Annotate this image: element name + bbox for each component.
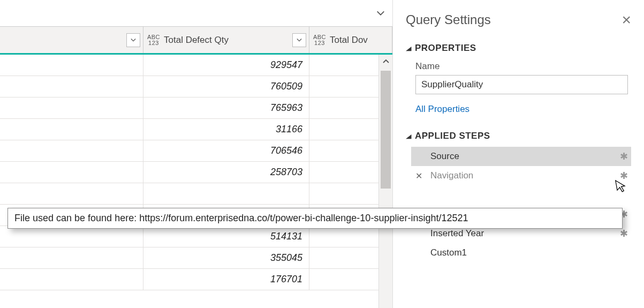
all-properties-link[interactable]: All Properties xyxy=(415,104,631,115)
gear-icon[interactable]: ✱ xyxy=(620,228,628,239)
abc-label: ABC xyxy=(312,34,328,40)
datatype-icon[interactable]: ABC 123 xyxy=(312,34,328,46)
close-icon[interactable]: × xyxy=(622,12,631,28)
step-label: Inserted Year xyxy=(430,228,484,239)
step-label: Custom1 xyxy=(430,247,467,258)
scrollbar-thumb[interactable] xyxy=(381,71,391,189)
datatype-icon[interactable]: ABC 123 xyxy=(146,34,162,46)
scroll-up-button[interactable] xyxy=(379,55,392,69)
column-filter-button[interactable] xyxy=(292,33,306,47)
table-row[interactable]: 765963 xyxy=(0,97,392,119)
applied-steps-list: Source ✱ ✕ Navigation ✱ AddList ✱ Insert… xyxy=(411,147,631,262)
n123-label: 123 xyxy=(146,40,162,46)
formula-bar xyxy=(0,0,392,27)
chevron-down-icon[interactable] xyxy=(374,7,387,20)
collapse-icon: ◢ xyxy=(406,45,412,52)
table-row[interactable]: 176701 xyxy=(0,269,392,290)
column-header[interactable]: ABC 123 Total Defect Qty xyxy=(143,27,309,53)
column-header[interactable]: ABC 123 Total Dov xyxy=(309,27,392,53)
abc-label: ABC xyxy=(146,34,162,40)
column-headers: ABC 123 Total Defect Qty ABC 123 Total D… xyxy=(0,27,392,55)
section-label: PROPERTIES xyxy=(415,43,476,54)
table-row[interactable]: 760509 xyxy=(0,76,392,97)
column-header xyxy=(0,27,143,53)
column-name: Total Defect Qty xyxy=(162,35,229,46)
table-row[interactable]: 706546 xyxy=(0,140,392,162)
collapse-icon: ◢ xyxy=(406,133,412,140)
table-row[interactable]: 929547 xyxy=(0,55,392,76)
table-row[interactable]: 355045 xyxy=(0,247,392,269)
section-label: APPLIED STEPS xyxy=(415,131,490,141)
gear-icon[interactable]: ✱ xyxy=(620,151,628,162)
step-label: Source xyxy=(430,151,459,162)
vertical-scrollbar[interactable] xyxy=(378,55,392,308)
table-row[interactable]: 514131 xyxy=(0,226,392,247)
applied-step[interactable] xyxy=(411,185,631,205)
applied-steps-section-header[interactable]: ◢ APPLIED STEPS xyxy=(406,131,631,141)
table-row[interactable]: 258703 xyxy=(0,162,392,183)
name-label: Name xyxy=(415,61,631,72)
table-row[interactable] xyxy=(0,183,392,205)
pane-title: Query Settings xyxy=(406,12,491,27)
applied-step[interactable]: ✕ Navigation ✱ xyxy=(411,166,631,185)
step-label: Navigation xyxy=(430,170,473,181)
applied-step[interactable]: Source ✱ xyxy=(411,147,631,166)
data-grid: ABC 123 Total Defect Qty ABC 123 Total D… xyxy=(0,0,392,308)
properties-section-header[interactable]: ◢ PROPERTIES xyxy=(406,43,631,54)
n123-label: 123 xyxy=(312,40,328,46)
applied-step[interactable]: Custom1 xyxy=(411,243,631,262)
data-rows: 929547 760509 765963 31166 706546 258703… xyxy=(0,55,392,308)
column-name: Total Dov xyxy=(328,35,368,46)
table-row[interactable]: 31166 xyxy=(0,119,392,140)
delete-step-icon[interactable]: ✕ xyxy=(415,171,422,181)
name-input[interactable] xyxy=(415,75,628,94)
query-settings-pane: Query Settings × ◢ PROPERTIES Name All P… xyxy=(392,0,644,308)
tooltip: File used can be found here: https://for… xyxy=(7,208,623,229)
column-filter-button[interactable] xyxy=(126,33,140,47)
